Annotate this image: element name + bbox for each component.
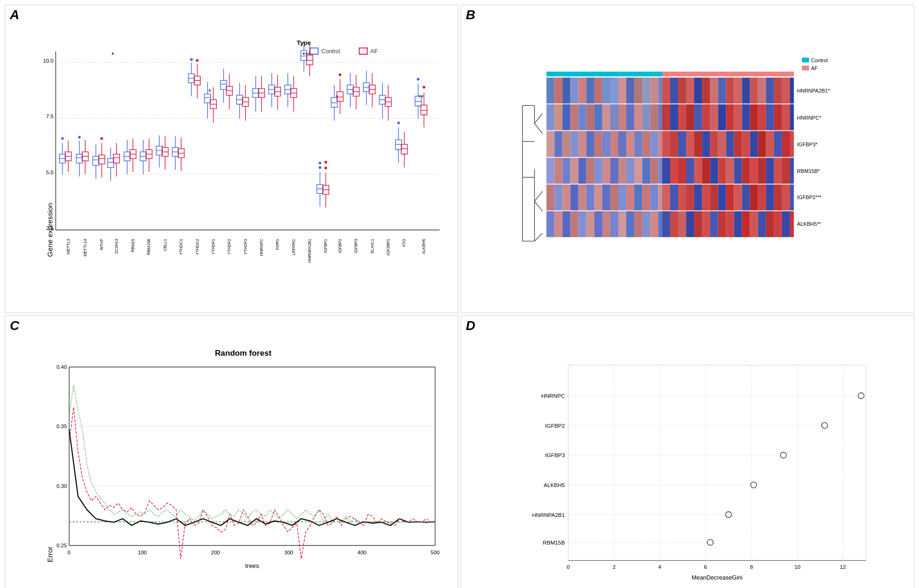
svg-rect-362 (694, 185, 702, 210)
svg-rect-389 (658, 211, 662, 237)
svg-rect-215 (546, 78, 554, 103)
panel-a-label: A (10, 7, 19, 22)
svg-rect-396 (710, 211, 718, 237)
svg-rect-356 (650, 185, 658, 210)
svg-rect-340 (774, 158, 782, 184)
panel-d-label: D (466, 318, 475, 333)
svg-rect-264 (678, 104, 686, 130)
svg-rect-239 (734, 78, 742, 103)
svg-rect-311 (546, 158, 554, 184)
dotplot-gene-RBM15B: RBM15B (543, 539, 565, 546)
svg-rect-274 (758, 104, 766, 130)
svg-rect-233 (686, 78, 694, 103)
svg-rect-241 (750, 78, 758, 103)
x-tick-d-0: 0 (567, 564, 570, 571)
boxplot-YTHDC1-af (178, 137, 184, 171)
svg-rect-384 (618, 211, 626, 237)
y-tick-50: 5.0 (46, 170, 53, 175)
boxplot-RBM15B-af (146, 138, 152, 172)
svg-rect-334 (726, 158, 734, 184)
svg-rect-383 (610, 211, 618, 237)
legend-af-box (359, 48, 367, 54)
gene-label-METTL3: METTL3 (66, 239, 71, 254)
svg-rect-382 (602, 211, 610, 237)
boxplot-RBM15-control (124, 140, 130, 174)
boxplot-METTL14-af (82, 140, 88, 174)
svg-rect-247 (546, 104, 554, 130)
panel-c-label: C (10, 318, 19, 333)
colorbar-af (662, 72, 794, 76)
svg-rect-29 (99, 155, 105, 164)
svg-rect-270 (726, 104, 734, 130)
svg-rect-291 (642, 131, 650, 157)
svg-rect-216 (554, 78, 562, 103)
main-container: A Gene expression 2.5 5.0 7.5 10.0 Type … (0, 0, 919, 588)
boxplot-YTHDC2-control (188, 58, 195, 96)
boxplot-YTHDF3-control (237, 83, 243, 118)
svg-rect-259 (642, 104, 650, 130)
dotplot-gene-IGFBP2: IGFBP2 (545, 423, 565, 429)
boxplot-LRPPRC-control (285, 73, 291, 107)
svg-rect-255 (610, 104, 618, 130)
svg-line-209 (535, 114, 543, 123)
panel-b-label: B (466, 7, 475, 22)
x-tick-c-0: 0 (68, 550, 71, 556)
boxplot-HNRNPC-af (258, 76, 264, 112)
svg-rect-398 (726, 211, 734, 237)
svg-rect-288 (618, 131, 626, 157)
svg-rect-364 (710, 185, 718, 210)
boxplot-FMR1-af (275, 75, 281, 109)
svg-rect-374 (790, 185, 794, 210)
gene-label-YTHDC1: YTHDC1 (179, 239, 183, 255)
svg-point-143 (318, 166, 321, 169)
svg-rect-289 (626, 131, 634, 157)
svg-rect-358 (662, 185, 670, 210)
svg-rect-360 (678, 185, 686, 210)
sig-ZC3H13: * (111, 50, 114, 58)
svg-rect-366 (726, 185, 734, 210)
heatmap-gene-4: RBM15B* (797, 168, 820, 174)
svg-rect-341 (782, 158, 790, 184)
svg-rect-290 (634, 131, 642, 157)
boxplot-YTHDF2-control (220, 69, 226, 103)
gene-label-FTO: FTO (402, 239, 406, 247)
x-tick-c-500: 500 (431, 550, 440, 556)
svg-rect-355 (642, 185, 650, 210)
svg-rect-351 (610, 185, 618, 210)
legend-control-label: Control (321, 48, 340, 55)
y-tick-c-040: 0.40 (57, 364, 67, 370)
dendrogram (522, 106, 543, 241)
svg-rect-359 (670, 185, 678, 210)
gene-label-IGF2BP1: IGF2BP1 (386, 239, 391, 256)
svg-rect-185 (395, 140, 401, 150)
boxplot-CBLL1-control (156, 136, 162, 168)
svg-rect-377 (563, 211, 571, 237)
svg-rect-232 (678, 78, 686, 103)
svg-rect-280 (554, 131, 562, 157)
y-tick-c-030: 0.30 (57, 483, 67, 489)
svg-rect-339 (766, 158, 774, 184)
boxplot-RBM15-af (130, 138, 136, 172)
boxplot-YTHDF3-af (242, 85, 248, 121)
svg-rect-328 (678, 158, 686, 184)
svg-rect-278 (790, 104, 794, 130)
svg-rect-251 (579, 104, 586, 130)
svg-rect-319 (610, 158, 618, 184)
boxplot-FTO-control (395, 122, 401, 163)
x-tick-c-100: 100 (138, 550, 147, 556)
svg-rect-309 (782, 131, 790, 157)
svg-rect-337 (750, 158, 758, 184)
svg-rect-348 (586, 185, 594, 210)
svg-rect-387 (642, 211, 650, 237)
svg-rect-302 (726, 131, 734, 157)
panel-b-svg: Control AF (499, 19, 858, 303)
dotplot-gene-ALKBH5: ALKBH5 (544, 482, 565, 488)
svg-rect-246 (790, 78, 794, 103)
panel-d: D 0 2 4 6 8 10 12 MeanDecreaseGini (461, 316, 914, 588)
svg-rect-350 (602, 185, 610, 210)
legend-af-rect (802, 65, 809, 70)
x-axis-label-c: trees (245, 562, 259, 569)
boxplot-WTAP-af (99, 137, 105, 177)
svg-rect-229 (658, 78, 662, 103)
boxplot-METTL14-control (76, 136, 82, 177)
